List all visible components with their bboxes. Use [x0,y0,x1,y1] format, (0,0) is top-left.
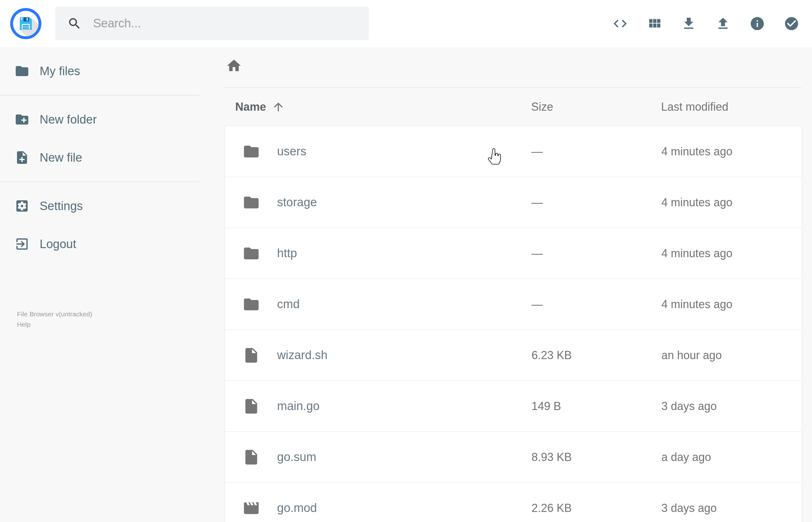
file-modified: 3 days ago [662,502,801,515]
sidebar-item-label: Settings [40,199,83,213]
folder-icon [242,245,260,262]
column-header-name-label: Name [235,100,266,114]
row-name-cell: http [225,245,531,262]
logout-icon [15,237,29,252]
file-name: go.mod [277,501,317,515]
select-multiple-button[interactable] [784,16,799,32]
search-placeholder: Search... [93,17,141,30]
row-name-cell: users [225,143,531,160]
file-size: 149 B [531,400,662,413]
movie-icon [242,499,260,517]
toggle-shell-button[interactable] [612,16,628,32]
sidebar-item-new-folder[interactable]: New folder [0,105,199,134]
row-name-cell: wizard.sh [225,346,531,364]
file-name: storage [277,196,317,209]
file-modified: 4 minutes ago [662,298,801,311]
upload-icon [715,16,731,32]
sidebar-footer: File Browser v(untracked) Help [17,309,92,329]
search-icon [67,16,82,31]
file-size: — [531,145,662,158]
row-name-cell: storage [225,194,531,211]
file-name: http [277,246,297,260]
folder-icon [242,194,260,211]
file-size: — [531,298,662,311]
table-row[interactable]: wizard.sh 6.23 KB an hour ago [225,329,802,381]
check-circle-icon [784,16,799,32]
table-row[interactable]: go.mod 2.26 KB 3 days ago [225,482,802,522]
breadcrumb [225,58,802,74]
column-header-modified[interactable]: Last modified [661,100,802,114]
file-size: — [531,196,662,209]
upload-button[interactable] [715,16,731,32]
table-row[interactable]: go.sum 8.93 KB a day ago [225,431,802,483]
file-icon [242,398,260,415]
folder-icon [15,63,29,79]
column-header-size[interactable]: Size [531,100,661,114]
file-icon [242,448,260,466]
sidebar-item-my-files[interactable]: My files [0,57,199,85]
file-size: 8.93 KB [531,450,662,464]
file-name: main.go [277,399,320,413]
folder-icon [242,143,260,160]
sidebar-item-label: Logout [40,237,76,251]
download-icon [681,16,696,32]
grid-view-icon [647,16,662,32]
info-button[interactable] [749,16,765,32]
switch-view-button[interactable] [647,16,662,32]
row-name-cell: cmd [225,296,531,313]
file-name: cmd [277,298,300,311]
settings-icon [15,198,29,214]
row-name-cell: go.mod [225,499,531,517]
code-icon [612,16,628,32]
table-row[interactable]: http — 4 minutes ago [225,228,802,279]
file-name: go.sum [277,450,317,464]
header-actions [612,0,799,47]
file-name: wizard.sh [277,348,328,362]
sidebar-divider [0,181,199,182]
note-add-icon [15,150,29,165]
sidebar-divider [0,95,199,96]
sidebar-item-label: My files [40,64,80,78]
table-row[interactable]: storage — 4 minutes ago [225,177,802,228]
file-modified: an hour ago [662,349,801,362]
breadcrumb-home-button[interactable] [226,58,242,74]
info-icon [749,16,765,32]
folder-icon [242,296,260,313]
filebrowser-logo [10,8,41,39]
listing-header: Name Size Last modified [225,88,802,126]
file-size: — [531,247,662,260]
row-name-cell: go.sum [225,448,531,466]
file-modified: 4 minutes ago [662,247,801,260]
table-row[interactable]: users — 4 minutes ago [225,126,802,177]
table-row[interactable]: cmd — 4 minutes ago [225,279,802,330]
download-button[interactable] [681,16,696,32]
sidebar-item-logout[interactable]: Logout [0,230,199,258]
table-row[interactable]: main.go 149 B 3 days ago [225,381,802,432]
sidebar: My files New folder New file Settings Lo… [0,47,199,268]
help-link[interactable]: Help [17,319,92,329]
file-modified: 3 days ago [662,400,801,413]
sort-ascending-icon [272,100,285,114]
row-name-cell: main.go [225,398,531,415]
file-modified: 4 minutes ago [662,145,801,158]
file-size: 2.26 KB [531,502,662,515]
create-new-folder-icon [15,112,29,127]
top-bar: Search... [0,0,812,47]
sidebar-item-label: New folder [40,113,97,126]
file-list: users — 4 minutes ago storage — 4 minute… [225,126,802,522]
sidebar-item-settings[interactable]: Settings [0,192,199,220]
home-icon [226,58,242,74]
sidebar-item-new-file[interactable]: New file [0,143,199,172]
file-name: users [277,145,306,158]
app-version-text: File Browser v(untracked) [17,310,92,318]
file-listing-area: Name Size Last modified users — 4 minute… [225,47,802,522]
search-input[interactable]: Search... [55,6,369,40]
sidebar-item-label: New file [40,151,82,164]
file-icon [242,346,260,364]
file-modified: a day ago [662,450,801,464]
file-modified: 4 minutes ago [662,196,801,209]
column-header-name[interactable]: Name [225,100,531,114]
file-size: 6.23 KB [531,349,662,362]
